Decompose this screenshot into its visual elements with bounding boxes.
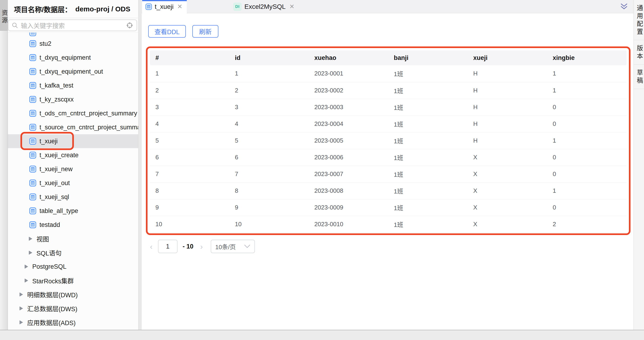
tree-item-stu2[interactable]: stu2	[8, 37, 138, 51]
tree-item-t_xueji_new[interactable]: t_xueji_new	[8, 162, 138, 176]
tree-item--dws-[interactable]: 汇总数据层(DWS)	[8, 302, 138, 316]
table-icon	[29, 96, 36, 103]
table-icon	[29, 124, 36, 131]
table-header-row: # id xuehao banji xueji xingbie	[150, 50, 626, 65]
table-cell: 1	[150, 65, 229, 82]
tree-item-postgresql[interactable]: PostgreSQL	[8, 260, 138, 274]
table-cell: 1	[547, 132, 626, 149]
tree-item-starrocks-[interactable]: StarRocks集群	[8, 274, 138, 288]
tree-item--ads-[interactable]: 应用数据层(ADS)	[8, 316, 138, 329]
table-cell: 1班	[388, 166, 468, 182]
tab-t-xueji[interactable]: t_xueji ✕	[142, 0, 187, 13]
view-ddl-button[interactable]: 查看DDL	[148, 25, 186, 38]
close-icon[interactable]: ✕	[289, 3, 294, 10]
table-cell: 0	[547, 116, 626, 132]
table-cell: 2023-0005	[309, 132, 388, 149]
table-icon	[29, 68, 36, 75]
tree-item--dwd-[interactable]: 明细数据层(DWD)	[8, 288, 138, 302]
tree-item-t_xueji[interactable]: t_xueji	[8, 134, 138, 148]
locate-icon[interactable]	[126, 22, 133, 29]
chevron-down-icon	[244, 244, 250, 248]
tree-item-label: 视图	[36, 234, 49, 244]
table-cell: X	[468, 182, 547, 199]
search-placeholder: 输入关键字搜索	[21, 21, 126, 30]
table-cell: 2	[547, 216, 626, 232]
rail-section-general-config[interactable]: 通用配置	[634, 0, 644, 40]
next-page-icon[interactable]: ›	[199, 242, 205, 251]
pagination: ‹ - 10 › 10条/页	[148, 240, 255, 253]
table-cell: H	[468, 65, 547, 82]
tree-item-t_dxyq_equipment[interactable]: t_dxyq_equipment	[8, 51, 138, 64]
tab-excel2mysql[interactable]: DI Excel2MySQL ✕	[230, 0, 298, 13]
tree-item-t_xueji_sql[interactable]: t_xueji_sql	[8, 190, 138, 204]
tree-item-label: t_xueji	[40, 138, 58, 145]
column-header: xueji	[468, 50, 547, 65]
tree-item-testadd[interactable]: testadd	[8, 218, 138, 232]
table-icon	[29, 32, 36, 36]
tree-item-t_xueji_create[interactable]: t_xueji_create	[8, 148, 138, 162]
tree-item-t_dxyq_equipment_out[interactable]: t_dxyq_equipment_out	[8, 64, 138, 78]
table-row: 882023-00081班X1	[150, 182, 626, 199]
table-cell: 1班	[388, 116, 468, 132]
table-row: 552023-00051班H1	[150, 132, 626, 149]
table-cell: 1班	[388, 99, 468, 116]
page-size-select[interactable]: 10条/页	[211, 240, 255, 253]
column-header: banji	[388, 50, 468, 65]
left-rail: 资源	[0, 0, 8, 330]
chevron-right-icon	[20, 292, 23, 296]
table-cell: 2023-0007	[309, 166, 388, 182]
double-chevron-down-icon[interactable]	[620, 4, 628, 10]
tree-item-t_xueji_out[interactable]: t_xueji_out	[8, 176, 138, 190]
table-icon	[29, 40, 36, 47]
tree-item-t_ods_cm_cntrct_project_summary[interactable]: t_ods_cm_cntrct_project_summary	[8, 106, 138, 120]
refresh-button[interactable]: 刷新	[192, 25, 218, 38]
table-cell: 2	[229, 82, 309, 99]
table-icon	[29, 208, 36, 214]
rail-section-draft[interactable]: 草稿	[634, 64, 644, 89]
tree-item--[interactable]: 视图	[8, 232, 138, 246]
table-cell: 2023-0010	[309, 216, 388, 232]
table-icon	[29, 221, 36, 228]
tree-item-partial[interactable]	[8, 32, 138, 37]
tree-item-t_kafka_test[interactable]: t_kafka_test	[8, 78, 138, 92]
chevron-right-icon	[29, 250, 32, 255]
page-number-input[interactable]	[158, 240, 178, 253]
page-size-value: 10条/页	[215, 242, 244, 251]
tree-item-t_ky_zscqxx[interactable]: t_ky_zscqxx	[8, 92, 138, 106]
table-cell: 2	[150, 82, 229, 99]
tree-item-label: t_dxyq_equipment	[40, 54, 91, 61]
chevron-right-icon	[29, 237, 32, 241]
table-cell: 0	[547, 199, 626, 216]
main-content: t_xueji ✕ DI Excel2MySQL ✕ 查看DDL 刷新 # id	[142, 0, 634, 330]
rail-tab-resources[interactable]: 资源	[0, 0, 8, 31]
table-cell: X	[468, 166, 547, 182]
rail-section-version[interactable]: 版本	[634, 40, 644, 64]
table-cell: 1班	[388, 132, 468, 149]
search-input[interactable]: 输入关键字搜索	[8, 20, 137, 31]
project-layer-label: 项目名称/数据层：	[14, 4, 72, 14]
table-cell: 8	[150, 182, 229, 199]
table-cell: 7	[229, 166, 309, 182]
column-header: xingbie	[547, 50, 626, 65]
table-cell: 5	[150, 132, 229, 149]
table-cell: 5	[229, 132, 309, 149]
chevron-right-icon	[20, 320, 23, 324]
data-table: # id xuehao banji xueji xingbie 112023-0…	[150, 50, 626, 233]
tab-label: Excel2MySQL	[244, 3, 286, 10]
table-cell: H	[468, 116, 547, 132]
tree-item-sql-[interactable]: SQL语句	[8, 246, 138, 260]
close-icon[interactable]: ✕	[177, 3, 182, 10]
sidebar-header: 项目名称/数据层： demo-proj / ODS	[8, 0, 138, 18]
prev-page-icon[interactable]: ‹	[148, 242, 154, 251]
tree-item-label: t_xueji_new	[40, 166, 73, 173]
table-cell: 1	[229, 65, 309, 82]
table-cell: 4	[229, 116, 309, 132]
table-icon	[29, 180, 36, 186]
table-cell: 9	[150, 199, 229, 216]
table-tree: stu2t_dxyq_equipmentt_dxyq_equipment_out…	[8, 32, 138, 330]
tree-item-t_source_cm_cntrct_project_summary[interactable]: t_source_cm_cntrct_project_summary	[8, 120, 138, 134]
table-cell: 3	[229, 99, 309, 116]
table-cell: X	[468, 216, 547, 232]
app-window: 资源 项目名称/数据层： demo-proj / ODS 输入关键字搜索	[0, 0, 644, 340]
tree-item-table_all_type[interactable]: table_all_type	[8, 204, 138, 218]
